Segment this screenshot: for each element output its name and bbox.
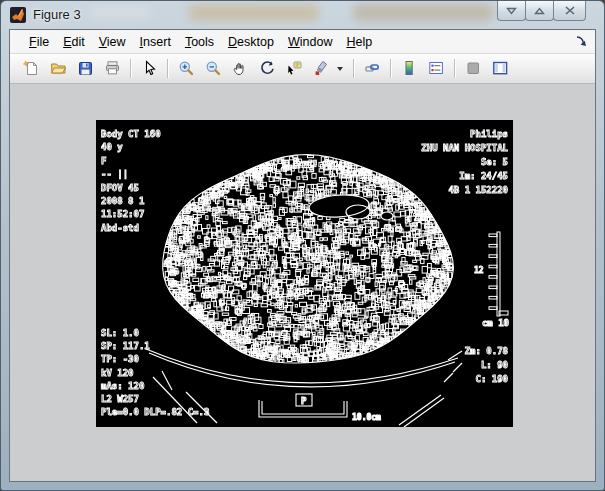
matlab-icon [10,7,26,23]
pan-button[interactable] [227,56,254,81]
menu-item-view[interactable]: View [92,33,133,51]
data-cursor-icon [286,60,303,77]
brush-data-dropdown-button[interactable] [335,56,349,81]
save-figure-button[interactable] [72,56,99,81]
rotate-3d-button[interactable] [254,56,281,81]
show-plot-tools-button[interactable] [487,56,514,81]
print-figure-button[interactable] [99,56,126,81]
close-button[interactable] [553,1,586,21]
toolbar-separator [390,59,392,78]
show-plot-tools-icon [492,60,509,77]
chevron-down-icon [337,67,343,71]
toolbar-separator [353,59,355,78]
brush-data-button[interactable] [308,56,335,81]
save-floppy-icon [77,60,94,77]
figure-client-area [10,84,595,481]
brush-icon [313,60,330,77]
pan-hand-icon [232,60,249,77]
data-cursor-button[interactable] [281,56,308,81]
menu-item-desktop[interactable]: Desktop [221,33,281,51]
print-icon [104,60,121,77]
link-plots-button[interactable] [359,56,386,81]
pointer-arrow-icon [141,60,158,77]
toolbar-separator [167,59,169,78]
figure-toolbar [10,54,595,84]
zoom-out-icon [205,60,222,77]
open-file-button[interactable] [45,56,72,81]
open-folder-icon [50,60,67,77]
hide-plot-tools-button[interactable] [460,56,487,81]
insert-legend-button[interactable] [423,56,450,81]
menu-item-edit[interactable]: Edit [56,33,92,51]
minimize-triangle-icon [506,7,517,15]
legend-icon [428,60,445,77]
link-plots-icon [364,60,381,77]
menu-item-tools[interactable]: Tools [178,33,221,51]
glass-reflection [353,4,493,21]
window-title: Figure 3 [33,7,81,22]
zoom-in-button[interactable] [173,56,200,81]
insert-colorbar-button[interactable] [396,56,423,81]
menu-item-window[interactable]: Window [281,33,339,51]
edit-plot-button[interactable] [136,56,163,81]
colorbar-icon [401,60,418,77]
maximize-triangle-icon [534,7,545,15]
figure-window: Figure 3 FileEditViewInsertToolsDesktop [0,0,605,491]
glass-reflection [189,4,319,21]
menu-item-insert[interactable]: Insert [133,33,178,51]
window-controls [498,1,586,21]
dock-figure-button[interactable] [573,33,590,50]
dock-figure-arrow-icon [575,35,588,48]
toolbar-separator [130,59,132,78]
zoom-in-icon [178,60,195,77]
zoom-out-button[interactable] [200,56,227,81]
hide-plot-tools-icon [465,60,482,77]
titlebar[interactable]: Figure 3 [1,1,604,29]
figure-canvas[interactable] [96,120,513,427]
glass-reflection [89,5,151,19]
new-figure-icon [23,60,40,77]
rotate-3d-icon [259,60,276,77]
menubar: FileEditViewInsertToolsDesktopWindowHelp [10,30,595,54]
minimize-button[interactable] [497,1,526,21]
menu-item-help[interactable]: Help [339,33,379,51]
new-figure-button[interactable] [18,56,45,81]
menu-item-file[interactable]: File [22,33,56,51]
window-frame: FileEditViewInsertToolsDesktopWindowHelp [9,29,596,482]
maximize-button[interactable] [525,1,554,21]
close-x-icon [565,6,575,15]
toolbar-separator [454,59,456,78]
